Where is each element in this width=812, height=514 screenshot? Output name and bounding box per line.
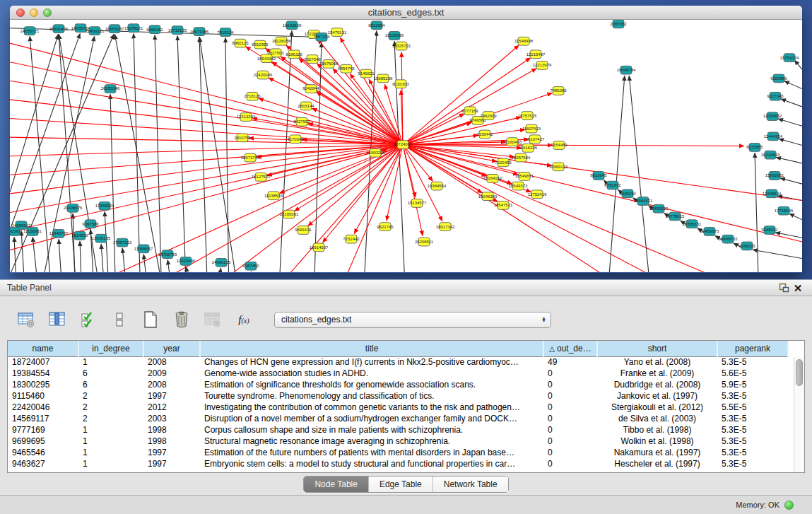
column-visibility-icon[interactable] [47, 309, 68, 330]
cell-title[interactable]: Investigating the contribution of common… [200, 402, 543, 413]
cell-title[interactable]: Estimation of significance thresholds fo… [200, 379, 543, 390]
cell-year[interactable]: 2009 [143, 368, 200, 379]
cell-out_de[interactable]: 49 [543, 356, 597, 368]
table-selector-dropdown[interactable]: citations_edges.txt ▲▼ [274, 312, 551, 328]
cell-title[interactable]: Structural magnetic resonance image aver… [200, 436, 543, 447]
node[interactable]: 26053346 [101, 85, 120, 93]
selected-node[interactable]: 2718126 [244, 92, 261, 100]
selected-node[interactable]: 12752419 [528, 190, 547, 199]
node[interactable]: 12450322 [649, 204, 669, 213]
node[interactable]: 6791972 [604, 181, 620, 189]
selected-node[interactable]: 12215497 [526, 50, 546, 59]
selected-node[interactable]: 7485083 [550, 87, 567, 95]
table-row[interactable]: 1456911722003Disruption of a novel membe… [8, 413, 788, 424]
cell-name[interactable]: 9115460 [8, 390, 78, 402]
cell-year[interactable]: 2008 [143, 379, 200, 390]
selected-node[interactable]: 10107427 [526, 135, 545, 144]
cell-in_degree[interactable]: 1 [78, 424, 143, 436]
tab-edge-table[interactable]: Edge Table [369, 477, 433, 492]
cell-title[interactable]: Genome-wide association studies in ADHD. [200, 368, 543, 379]
table-row[interactable]: 946362711997Embryonic stem cells: a mode… [8, 458, 788, 469]
node[interactable]: 9445234 [619, 189, 636, 198]
selected-node[interactable]: 16046383 [478, 192, 498, 201]
cell-pagerank[interactable]: 5.3E-5 [717, 447, 788, 458]
cell-pagerank[interactable]: 5.9E-5 [717, 379, 788, 390]
node[interactable]: 16965033 [719, 235, 738, 243]
column-header-out_de[interactable]: △out_de… [543, 341, 597, 356]
selected-node[interactable]: 12213979 [533, 62, 552, 70]
selected-node[interactable]: 16914507 [310, 243, 329, 252]
cell-name[interactable]: 18300295 [8, 379, 78, 390]
cell-year[interactable]: 1998 [143, 436, 200, 447]
column-header-pagerank[interactable]: pagerank [717, 341, 788, 356]
cell-short[interactable]: Stergiakouli et al. (2012) [597, 402, 717, 413]
cell-name[interactable]: 9465546 [8, 447, 78, 458]
selected-node[interactable]: 1810755 [234, 134, 251, 142]
selected-node[interactable]: 18226058 [272, 37, 291, 45]
cell-year[interactable]: 1997 [143, 447, 200, 458]
cell-out_de[interactable]: 0 [543, 368, 597, 379]
node[interactable]: 24055721 [20, 27, 40, 35]
float-panel-icon[interactable] [777, 281, 791, 294]
unselect-all-columns-icon[interactable] [109, 309, 130, 330]
cell-year[interactable]: 1998 [143, 424, 200, 436]
cell-year[interactable]: 2012 [143, 402, 200, 413]
cell-pagerank[interactable]: 5.5E-5 [717, 402, 788, 413]
selected-node[interactable]: 9146821 [358, 69, 374, 78]
cell-name[interactable]: 9463627 [8, 458, 78, 469]
cell-title[interactable]: Estimation of the future numbers of pati… [200, 447, 543, 458]
node[interactable]: 16671385 [190, 28, 209, 36]
cell-out_de[interactable]: 0 [543, 413, 597, 424]
node[interactable]: 20206576 [64, 204, 83, 212]
table-row[interactable]: 1830029562008Estimation of significance … [8, 379, 788, 390]
selected-node[interactable]: 18917342 [436, 223, 455, 231]
cell-in_degree[interactable]: 2 [78, 413, 143, 424]
selected-node[interactable]: 15885208 [374, 74, 393, 83]
tab-node-table[interactable]: Node Table [304, 477, 369, 492]
selected-node[interactable]: 22420046 [254, 71, 273, 79]
selected-node[interactable]: 10549373 [509, 182, 528, 190]
cell-in_degree[interactable]: 2 [78, 402, 143, 413]
cell-short[interactable]: Dudbridge et al. (2008) [597, 379, 717, 390]
cell-year[interactable]: 1997 [143, 390, 200, 402]
table-row[interactable]: 1872400712008Changes of HCN gene express… [8, 356, 788, 368]
cell-pagerank[interactable]: 5.3E-5 [717, 356, 788, 368]
node[interactable]: 15276021 [124, 24, 143, 33]
cell-short[interactable]: de Silva et al. (2003) [597, 413, 717, 424]
cell-name[interactable]: 14569117 [8, 413, 78, 424]
table-row[interactable]: 1938455462009Genome-wide association stu… [8, 368, 788, 379]
node[interactable]: 1914519 [71, 231, 88, 240]
node[interactable]: 22450673 [700, 228, 719, 236]
node[interactable]: 2087652 [610, 20, 626, 28]
selected-node[interactable]: 15479131 [328, 28, 347, 37]
cell-out_de[interactable]: 0 [543, 390, 597, 402]
node[interactable]: 19218586 [385, 32, 404, 40]
table-mode-icon[interactable] [16, 309, 37, 330]
cell-year[interactable]: 2008 [143, 356, 200, 368]
cell-in_degree[interactable]: 1 [78, 447, 143, 458]
selected-node[interactable]: 9777169 [461, 107, 478, 115]
selected-node[interactable]: 9621745 [377, 223, 394, 231]
selected-node[interactable]: 8912955 [252, 40, 269, 49]
cell-short[interactable]: Jankovic et al. (1997) [597, 390, 717, 402]
column-header-name[interactable]: name [8, 341, 78, 356]
node[interactable]: 15751074 [780, 54, 799, 62]
column-header-in_degree[interactable]: in_degree [78, 341, 143, 356]
node[interactable]: 16964421 [634, 197, 653, 206]
cell-out_de[interactable]: 0 [543, 447, 597, 458]
column-header-title[interactable]: title [200, 341, 543, 356]
selected-node[interactable]: 9499101 [295, 226, 311, 235]
selected-node[interactable]: 10969123 [549, 163, 568, 171]
cell-year[interactable]: 1997 [143, 458, 200, 469]
selected-node[interactable]: 2803144 [298, 102, 314, 110]
table-scrollbar-thumb[interactable] [796, 359, 803, 386]
cell-short[interactable]: Tibbo et al. (1998) [597, 424, 717, 436]
cell-short[interactable]: Wolkin et al. (1998) [597, 436, 717, 447]
cell-out_de[interactable]: 0 [543, 379, 597, 390]
selected-node[interactable]: 9242844 [302, 85, 319, 93]
selected-node[interactable]: 8427552 [293, 118, 310, 127]
cell-pagerank[interactable]: 5.3E-5 [717, 458, 788, 469]
node[interactable]: 8813054 [368, 21, 385, 30]
selected-node[interactable]: 4170044 [287, 135, 304, 144]
cell-pagerank[interactable]: 5.3E-5 [717, 390, 788, 402]
